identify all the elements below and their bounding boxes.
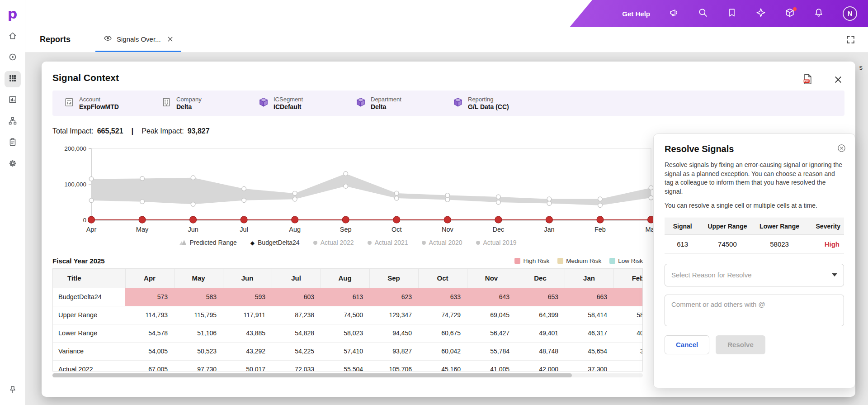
table-cell[interactable]: 39,70 — [613, 342, 643, 360]
announcements-button[interactable] — [669, 9, 679, 19]
table-cell[interactable]: 67,005 — [125, 360, 174, 372]
table-cell[interactable]: 43,885 — [223, 324, 272, 342]
bell-icon — [814, 8, 824, 19]
table-cell[interactable]: 593 — [223, 288, 272, 306]
row-title: Lower Range — [53, 324, 125, 342]
table-cell[interactable]: 54,828 — [272, 324, 321, 342]
table-cell[interactable]: 603 — [272, 288, 321, 306]
user-avatar[interactable]: N — [843, 6, 857, 21]
table-cell[interactable]: 72,033 — [272, 360, 321, 372]
fullscreen-icon[interactable] — [846, 35, 855, 44]
table-cell[interactable]: 60,675 — [418, 324, 467, 342]
sidebar-item-tasks[interactable] — [5, 135, 21, 151]
table-cell[interactable]: 673 — [613, 288, 643, 306]
sidebar-item-settings[interactable] — [5, 156, 21, 172]
table-cell[interactable]: 633 — [418, 288, 467, 306]
planful-logo[interactable]: p — [8, 4, 17, 24]
table-cell[interactable]: 49,401 — [516, 324, 565, 342]
table-cell[interactable]: 115,795 — [174, 306, 223, 324]
table-cell[interactable]: 50,017 — [223, 360, 272, 372]
sidebar-pin-button[interactable] — [5, 382, 21, 399]
comment-input[interactable] — [665, 295, 844, 326]
table-cell[interactable]: 54,225 — [272, 342, 321, 360]
sidebar-item-home[interactable] — [5, 29, 21, 45]
bookmarks-button[interactable] — [727, 9, 737, 19]
table-cell[interactable]: 64,399 — [516, 306, 565, 324]
export-pdf-button[interactable]: PDF — [802, 73, 813, 87]
sparkle-button[interactable] — [756, 9, 766, 19]
table-cell[interactable]: 48,748 — [516, 342, 565, 360]
tab-close-icon[interactable] — [167, 36, 173, 42]
table-cell[interactable]: 60,042 — [418, 342, 467, 360]
resolve-reason-select[interactable]: Select Reason for Resolve — [665, 264, 844, 286]
get-help-link[interactable]: Get Help — [622, 10, 650, 18]
table-cell[interactable]: 58,023 — [321, 324, 369, 342]
sidebar-item-apps[interactable] — [5, 71, 21, 87]
svg-text:Nov: Nov — [442, 226, 454, 233]
tab-signals-overview[interactable]: Signals Over... — [95, 27, 181, 52]
table-cell[interactable]: 55,504 — [321, 360, 369, 372]
legend-item-actual-2021[interactable]: Actual 2021 — [368, 239, 408, 246]
table-cell[interactable]: 74,500 — [321, 306, 369, 324]
table-cell[interactable]: 45,654 — [565, 342, 613, 360]
table-cell[interactable]: 40,910 — [613, 324, 643, 342]
modal-close-icon[interactable] — [835, 76, 842, 85]
table-cell[interactable]: 37,300 — [565, 360, 613, 372]
table-cell[interactable]: 643 — [467, 288, 516, 306]
table-cell[interactable]: 105,706 — [369, 360, 418, 372]
table-cell[interactable]: 42,000 — [516, 360, 565, 372]
table-cell[interactable]: 129,347 — [369, 306, 418, 324]
scrollbar-thumb[interactable] — [52, 373, 572, 377]
table-cell[interactable]: 51,106 — [174, 324, 223, 342]
table-cell[interactable]: 58,414 — [565, 306, 613, 324]
topbar-purple-section: Get Help N — [570, 0, 868, 27]
table-cell[interactable]: 45,160 — [418, 360, 467, 372]
resolve-signals-panel: Resolve Signals Resolve signals by fixin… — [653, 133, 855, 388]
table-cell[interactable]: 55,784 — [467, 342, 516, 360]
table-cell[interactable]: 94,450 — [369, 324, 418, 342]
table-cell[interactable]: 87,238 — [272, 306, 321, 324]
table-cell[interactable]: 69,045 — [467, 306, 516, 324]
pin-icon — [8, 385, 17, 396]
table-cell[interactable]: 57,410 — [321, 342, 369, 360]
table-cell[interactable]: 43,292 — [223, 342, 272, 360]
notifications-button[interactable] — [814, 9, 824, 19]
sidebar-item-reports[interactable] — [5, 92, 21, 109]
table-cell[interactable]: 35,0 — [613, 360, 643, 372]
resolve-panel-close-icon[interactable] — [837, 144, 846, 154]
table-cell[interactable]: 46,317 — [565, 324, 613, 342]
svg-text:Jan: Jan — [544, 226, 554, 233]
table-cell[interactable]: 74,729 — [418, 306, 467, 324]
table-cell[interactable]: 54,578 — [125, 324, 174, 342]
table-cell[interactable]: 54,005 — [125, 342, 174, 360]
resolve-button[interactable]: Resolve — [716, 335, 765, 354]
legend-item-actual-2022[interactable]: Actual 2022 — [313, 239, 354, 246]
table-cell[interactable]: 114,793 — [125, 306, 174, 324]
table-cell[interactable]: 663 — [565, 288, 613, 306]
table-cell[interactable]: 117,911 — [223, 306, 272, 324]
table-cell[interactable]: 97,730 — [174, 360, 223, 372]
sidebar-item-hierarchy[interactable] — [5, 114, 21, 130]
product-updates-button[interactable] — [785, 9, 795, 19]
table-cell[interactable]: 56,427 — [467, 324, 516, 342]
table-cell[interactable]: 653 — [516, 288, 565, 306]
table-cell[interactable]: 623 — [369, 288, 418, 306]
table-cell[interactable]: 58,404 — [613, 306, 643, 324]
table-cell[interactable]: 573 — [125, 288, 174, 306]
table-cell[interactable]: 50,523 — [174, 342, 223, 360]
legend-item-budgetdelta24[interactable]: ◆BudgetDelta24 — [250, 239, 300, 246]
legend-item-predicted-range[interactable]: Predicted Range — [179, 239, 237, 246]
legend-item-actual-2019[interactable]: Actual 2019 — [476, 239, 517, 246]
sidebar-item-goals[interactable] — [5, 50, 21, 66]
legend-marker-dot — [368, 239, 372, 246]
table-cell[interactable]: 583 — [174, 288, 223, 306]
risk-legend: High RiskMedium RiskLow Risk — [514, 257, 643, 264]
search-button[interactable] — [698, 9, 708, 19]
horizontal-scrollbar — [52, 373, 643, 377]
legend-item-actual-2020[interactable]: Actual 2020 — [422, 239, 462, 246]
table-cell[interactable]: 613 — [321, 288, 369, 306]
resolve-actions: Cancel Resolve — [665, 335, 844, 354]
table-cell[interactable]: 93,827 — [369, 342, 418, 360]
cancel-button[interactable]: Cancel — [665, 335, 709, 354]
table-cell[interactable]: 41,005 — [467, 360, 516, 372]
